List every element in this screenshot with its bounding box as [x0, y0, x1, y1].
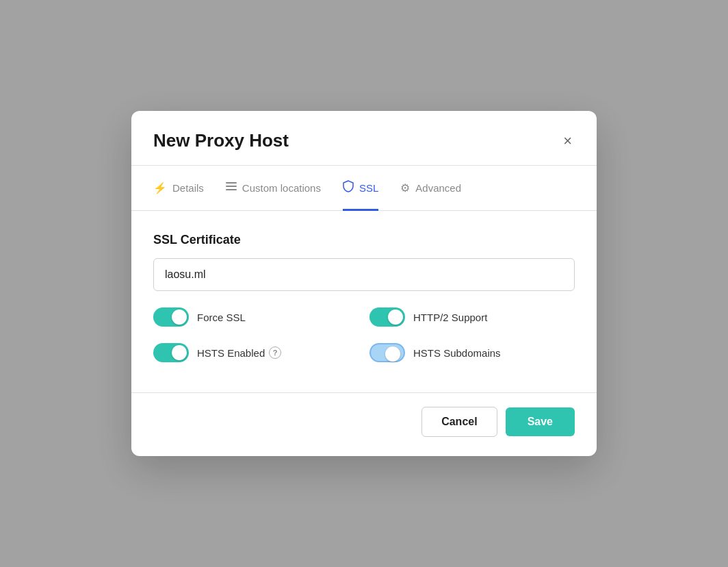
- ssl-icon: [343, 180, 354, 195]
- force-ssl-label: Force SSL: [197, 312, 246, 323]
- tab-custom-locations[interactable]: Custom locations: [226, 167, 321, 210]
- hsts-enabled-toggle[interactable]: [153, 343, 189, 362]
- toggles-grid: Force SSL HTTP/2 Support: [153, 307, 575, 362]
- cancel-button[interactable]: Cancel: [421, 407, 497, 437]
- modal-body: SSL Certificate Force SSL: [131, 211, 597, 376]
- tab-bar: ⚡ Details Custom locations: [131, 166, 597, 210]
- modal-footer: Cancel Save: [131, 392, 597, 456]
- custom-locations-icon: [226, 181, 237, 194]
- tab-ssl[interactable]: SSL: [343, 166, 378, 211]
- svg-rect-2: [226, 189, 237, 190]
- http2-support-row: HTTP/2 Support: [369, 307, 575, 327]
- hsts-subdomains-label: HSTS Subdomains: [413, 347, 501, 359]
- force-ssl-track: [153, 307, 189, 327]
- save-button[interactable]: Save: [506, 407, 575, 436]
- http2-track: [369, 307, 405, 327]
- ssl-section-title: SSL Certificate: [153, 233, 575, 247]
- svg-rect-1: [226, 186, 237, 187]
- http2-toggle[interactable]: [369, 307, 405, 327]
- force-ssl-toggle[interactable]: [153, 307, 189, 327]
- modal-overlay: New Proxy Host × ⚡ Details Custom locati…: [0, 0, 728, 567]
- hsts-enabled-track: [153, 343, 189, 362]
- ssl-certificate-input[interactable]: [153, 258, 575, 291]
- modal-dialog: New Proxy Host × ⚡ Details Custom locati…: [131, 111, 597, 456]
- advanced-icon: ⚙: [400, 181, 410, 194]
- hsts-subdomains-track: [369, 343, 405, 362]
- tab-details[interactable]: ⚡ Details: [153, 168, 204, 210]
- hsts-subdomains-row: HSTS Subdomains: [369, 343, 575, 362]
- tab-advanced-label: Advanced: [415, 182, 461, 194]
- tab-details-label: Details: [172, 182, 204, 194]
- details-icon: ⚡: [153, 181, 167, 194]
- modal-header: New Proxy Host ×: [131, 111, 597, 165]
- http2-label: HTTP/2 Support: [413, 312, 487, 323]
- svg-rect-0: [226, 182, 237, 184]
- hsts-enabled-label: HSTS Enabled ?: [197, 346, 281, 359]
- force-ssl-row: Force SSL: [153, 307, 359, 327]
- tab-ssl-label: SSL: [359, 182, 378, 194]
- modal-title: New Proxy Host: [153, 130, 289, 151]
- hsts-enabled-row: HSTS Enabled ?: [153, 343, 359, 362]
- close-button[interactable]: ×: [560, 131, 575, 151]
- tab-custom-locations-label: Custom locations: [242, 182, 321, 194]
- tab-advanced[interactable]: ⚙ Advanced: [400, 168, 461, 210]
- hsts-subdomains-toggle[interactable]: [369, 343, 405, 362]
- hsts-help-icon[interactable]: ?: [269, 346, 281, 359]
